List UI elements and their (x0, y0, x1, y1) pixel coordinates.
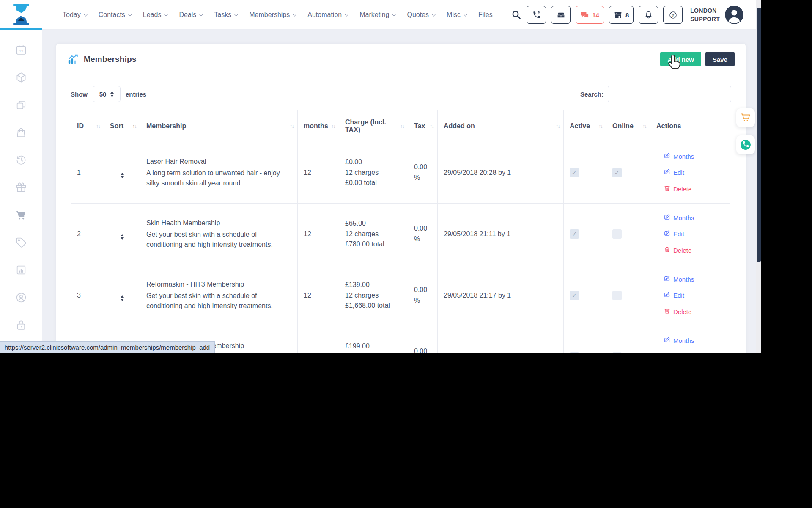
nav-item-automation[interactable]: Automation (307, 11, 348, 19)
gift-icon[interactable] (15, 182, 27, 193)
topbar-actions: 14 8 ? (511, 0, 743, 30)
search-input[interactable] (608, 86, 731, 102)
online-checkbox[interactable] (612, 291, 622, 300)
edit-link[interactable]: Edit (664, 352, 724, 353)
edit-icon (664, 213, 670, 223)
column-header-label: Online (612, 122, 634, 130)
cell-actions: MonthsEditDelete (650, 142, 730, 204)
nav-item-memberships[interactable]: Memberships (249, 11, 296, 19)
nav-item-leads[interactable]: Leads (143, 11, 168, 19)
edit-icon (664, 336, 670, 345)
cell-months: 12 (298, 265, 339, 326)
online-checkbox[interactable] (612, 352, 622, 353)
bag-icon[interactable] (15, 127, 27, 138)
chat-count-badge: 14 (592, 11, 599, 19)
page-size-select[interactable]: 50 (93, 86, 121, 102)
cell-active (564, 326, 606, 354)
cart-float-button[interactable] (736, 108, 755, 127)
vertical-scrollbar[interactable] (756, 0, 761, 353)
active-checkbox[interactable] (570, 352, 579, 353)
report-icon[interactable] (15, 264, 27, 276)
copy-icon[interactable] (15, 99, 27, 111)
online-checkbox[interactable] (612, 229, 622, 239)
edit-link[interactable]: Edit (664, 229, 724, 239)
sort-handle[interactable] (121, 234, 124, 240)
months-link[interactable]: Months (664, 213, 724, 223)
column-header-added-on[interactable]: Added on↑↓ (438, 110, 564, 142)
search-group: Search: (580, 86, 731, 102)
active-checkbox[interactable] (570, 168, 579, 177)
nav-item-today[interactable]: Today (63, 11, 87, 19)
person-icon (725, 6, 743, 24)
delete-link[interactable]: Delete (664, 307, 724, 317)
calendar-icon[interactable]: 12 (15, 44, 27, 56)
cell-sort (104, 142, 140, 204)
nav-item-misc[interactable]: Misc (447, 11, 467, 19)
nav-item-files[interactable]: Files (478, 11, 493, 19)
nav-item-deals[interactable]: Deals (179, 11, 203, 19)
nav-item-label: Tasks (214, 11, 231, 19)
online-checkbox[interactable] (612, 168, 622, 177)
search-label: Search: (580, 91, 604, 98)
whatsapp-float-button[interactable] (736, 135, 755, 154)
help-button[interactable]: ? (663, 6, 683, 24)
chat-button[interactable]: 14 (576, 6, 604, 24)
member-icon[interactable] (15, 292, 27, 304)
search-icon[interactable] (511, 10, 521, 20)
column-header-membership[interactable]: Membership↑↓ (140, 110, 298, 142)
add-new-button[interactable]: Add new (660, 52, 701, 66)
lock-icon[interactable] (15, 319, 27, 331)
cell-added-on: 29/05/2018 21:11 by 1 (438, 204, 564, 265)
delete-link-label: Delete (673, 246, 691, 255)
sort-handle[interactable] (121, 173, 124, 178)
save-button[interactable]: Save (705, 52, 735, 66)
column-header-id[interactable]: ID↑↓ (71, 110, 104, 142)
nav-item-label: Files (478, 11, 493, 19)
edit-link[interactable]: Edit (664, 290, 724, 300)
delete-link[interactable]: Delete (664, 246, 724, 255)
column-header-label: Charge (Incl. TAX) (345, 119, 386, 133)
nav-item-label: Memberships (249, 11, 290, 19)
package-icon[interactable] (15, 72, 27, 83)
months-link-label: Months (673, 274, 694, 284)
membership-description: Get your best skin with a schedule of co… (146, 229, 291, 251)
months-link[interactable]: Months (664, 152, 724, 161)
sort-handle[interactable] (121, 295, 124, 301)
column-header-charge-incl-tax-[interactable]: Charge (Incl. TAX)↑↓ (339, 110, 408, 142)
history-icon[interactable] (15, 154, 27, 166)
delete-link[interactable]: Delete (664, 184, 724, 194)
whatsapp-icon (740, 139, 751, 150)
notifications-button[interactable] (639, 6, 658, 24)
user-location-line2: SUPPORT (690, 15, 720, 23)
column-header-tax[interactable]: Tax↑↓ (408, 110, 438, 142)
phone-button[interactable] (527, 6, 546, 24)
cell-id: 2 (71, 204, 104, 265)
cart-icon[interactable] (15, 209, 27, 221)
column-header-online[interactable]: Online↑↓ (606, 110, 650, 142)
active-checkbox[interactable] (570, 291, 579, 300)
months-link[interactable]: Months (664, 274, 724, 284)
column-header-sort[interactable]: Sort↑↓ (104, 110, 140, 142)
user-avatar[interactable] (725, 6, 743, 24)
charge-count: 12 charges (345, 229, 402, 240)
column-header-months[interactable]: months↑↓ (298, 110, 339, 142)
scrollbar-thumb[interactable] (757, 8, 761, 262)
tag-icon[interactable] (15, 237, 27, 248)
column-header-active[interactable]: Active↑↓ (564, 110, 606, 142)
months-link[interactable]: Months (664, 336, 724, 345)
nav-item-tasks[interactable]: Tasks (214, 11, 238, 19)
shop-button[interactable]: 8 (609, 6, 634, 24)
cell-added-on: 29/05/2018 21:17 by 1 (438, 265, 564, 326)
active-checkbox[interactable] (570, 229, 579, 239)
nav-item-marketing[interactable]: Marketing (359, 11, 395, 19)
nav-item-contacts[interactable]: Contacts (99, 11, 132, 19)
inbox-button[interactable] (551, 6, 571, 24)
edit-icon (664, 274, 670, 284)
column-header-actions: Actions (650, 110, 730, 142)
edit-link[interactable]: Edit (664, 168, 724, 177)
app-logo[interactable] (0, 0, 42, 30)
actions-stack: MonthsEditDelete (664, 213, 724, 255)
cell-id: 1 (71, 142, 104, 204)
bell-icon (644, 11, 653, 19)
nav-item-quotes[interactable]: Quotes (407, 11, 435, 19)
